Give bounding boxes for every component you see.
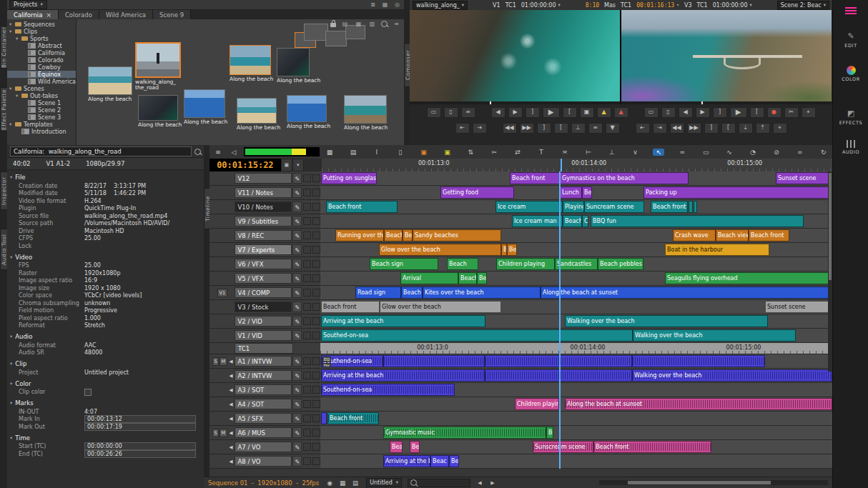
disclosure-triangle-icon[interactable]: ▾ [10,174,12,180]
track-name-v7[interactable]: V7 / Experts [235,244,292,255]
workspace-item-effects[interactable]: ◩EFFECTS [833,109,868,126]
timeline-clip-beach-front[interactable]: Beach front [651,201,688,213]
edit-pencil-icon[interactable]: ✎ [292,384,302,395]
track-lock-button[interactable] [312,246,320,254]
timeline-clip-beach[interactable]: Beach [384,229,403,241]
disclosure-triangle-icon[interactable]: ▾ [10,334,12,339]
track-monitor-button[interactable] [303,217,311,225]
timeline-clip-running-over-the-b[interactable]: Running over the b [335,229,384,241]
track-name-a2[interactable]: A2 / INTVW [235,370,292,381]
anchor-button[interactable]: ⊥ [571,123,586,134]
source-position-bar[interactable] [410,101,620,104]
property-field[interactable]: 00:00:17:19 [84,423,196,431]
track-name-v8[interactable]: V8 / REC [235,230,292,241]
tree-item-california[interactable]: California [7,49,76,56]
track-name-a6[interactable]: A6 / MUS [235,427,292,438]
track-name-v11[interactable]: V11 / Notes [235,187,292,198]
edit-pencil-icon[interactable]: ✎ [292,259,302,269]
mark-out-button[interactable]: ] [537,123,551,134]
track-monitor-button[interactable] [303,443,311,451]
track-name-a1[interactable]: A1 / INTVW [235,356,292,367]
track-lock-button[interactable] [312,289,320,297]
disclosure-triangle-icon[interactable]: ▾ [16,36,21,41]
tc-display-button[interactable]: ▣ [281,159,292,171]
workspace-menu-icon[interactable] [845,7,857,16]
track-lane-a3[interactable]: Southend-on-sea [320,383,832,397]
disclosure-triangle-icon[interactable]: ▾ [9,121,15,127]
record-go-to-end-button[interactable]: ⇥ [653,123,667,134]
go-to-start-button[interactable]: ⇤ [455,123,470,134]
source-clip-menu[interactable]: walking_along_▾ [413,1,468,10]
track-lane-a1[interactable]: Southend-on-seaEQDy [320,354,832,369]
timeline-clip-gymnastic-music[interactable]: Gymnastic music [383,427,546,439]
track-name-v9[interactable]: V9 / Subtitles [235,216,292,226]
overwrite-button[interactable]: ▲ [614,107,628,118]
property-field[interactable]: 00:00:26:26 [84,450,196,458]
timeline-clip-arriving-at-the-beach[interactable]: Arriving at the beach [321,315,485,327]
track-monitor-button[interactable] [303,414,311,422]
record-timecode[interactable]: 00:01:16:13▾ [636,2,679,9]
sequence-duration[interactable]: 8:10 [586,2,599,9]
disclosure-triangle-icon[interactable]: ▾ [10,361,12,367]
edit-pencil-icon[interactable]: ✎ [292,273,302,284]
track-badge-m[interactable]: M [220,357,227,366]
track-lane-v7[interactable]: Glow over the beachBBeBoat in the harbou… [320,243,832,257]
track-monitor-button[interactable] [303,332,311,339]
clip-thumbnail-along-the-beach[interactable] [237,98,277,124]
track-name-a4[interactable]: A4 / SOT [235,399,292,409]
smart-tool-pointer[interactable]: ↖ [653,149,664,156]
clip-thumbnail-walking-along-the-road[interactable] [135,42,181,78]
patch-button[interactable]: ⇅ [465,149,476,156]
timeline-clip-walking-over-the-beach[interactable]: Walking over the beach [632,369,832,382]
edit-pencil-icon[interactable]: ✎ [292,287,302,298]
timeline-clip-children-playing[interactable]: Children playing [496,258,555,270]
settings-icon[interactable]: ⌖ [802,107,816,118]
loop-button[interactable]: ↻ [818,149,829,156]
track-lane-v5[interactable]: ArrivalBeachBeSeagulls flying overhead [320,272,832,286]
edit-pencil-icon[interactable]: ✎ [292,399,302,409]
playhead-marker[interactable] [561,159,562,171]
timeline-clip-glow-over-the-beach[interactable]: Glow over the beach [379,244,501,256]
track-name-a7[interactable]: A7 / VO [235,442,292,452]
edit-pencil-icon[interactable]: ✎ [292,456,302,467]
track-lock-button[interactable] [312,386,320,394]
track-lane-a7[interactable]: BeacBeSunscream sceneBeach front [320,440,832,454]
edit-pencil-icon[interactable]: ✎ [292,244,302,255]
track-monitor-button[interactable] [303,303,311,311]
disclosure-triangle-icon[interactable]: ▾ [9,21,15,27]
section-header[interactable]: ▾Marks [7,398,204,408]
track-lane-a2[interactable]: Arriving at the beachWalking over the be… [320,369,832,383]
track-lane-v8[interactable]: Running over the bBeachBeSandy beachesCr… [320,229,832,243]
timeline-clip-b[interactable]: B [501,244,507,256]
track-lane-a4[interactable]: Children playingAlong the beach at sunse… [320,397,832,412]
track-badge-v1[interactable]: V1 [217,289,227,297]
dyn-badge[interactable]: Dy [322,363,331,367]
tree-item-scene-2[interactable]: Scene 2 [7,106,76,114]
track-monitor-button[interactable] [303,357,311,365]
track-name-v6[interactable]: V6 / VFX [235,259,292,269]
overwrite-edit-button[interactable]: ▯ [395,149,406,156]
clip-color-checkbox[interactable] [84,389,92,396]
tree-item-abstract[interactable]: Abstract [7,42,76,49]
timeline-clip-a5-0[interactable] [321,412,327,424]
gang-button[interactable]: ≡ [588,123,603,134]
track-monitor-button[interactable] [303,231,311,239]
clip-color-button[interactable]: ▣ [418,149,430,156]
cut-button[interactable]: ✂ [488,149,500,156]
eq-badge[interactable]: EQ [322,357,331,362]
timeline-clip-southed-on-sea[interactable]: Southed-on-sea [321,329,633,342]
timeline-clip-be[interactable]: Be [410,441,420,453]
timeline-clip-kites-over-the-beach[interactable]: Kites over the beach [423,287,541,299]
timeline-clip-walking-over-the-beach[interactable]: Walking over the beach [565,315,768,327]
go-to-end-button[interactable]: ⇥ [473,123,487,134]
timeline-clip-bbq-fun[interactable]: BBQ fun [591,215,804,227]
record-go-to-out-button[interactable]: ] [713,107,727,118]
edit-pencil-icon[interactable]: ✎ [292,427,302,438]
timeline-clip-ice-cream[interactable]: Ice cream [495,201,563,213]
timeline-clip-children-playing[interactable]: Children playing [515,398,559,410]
master-timecode-display[interactable]: 00:01:15:22 [209,159,281,171]
track-lane-v9[interactable]: Ice cream manBeachCBBQ fun [320,214,832,229]
clock-button[interactable]: ◔ [747,149,759,156]
track-lock-button[interactable] [312,414,320,422]
marker-button[interactable]: ▣ [441,149,453,156]
